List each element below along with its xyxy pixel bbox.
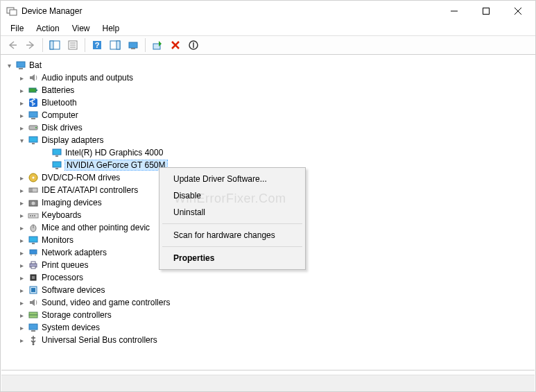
tree-item-computer[interactable]: ▸ Computer [1, 109, 535, 121]
titlebar: Device Manager [1, 1, 535, 22]
svg-rect-24 [29, 88, 36, 92]
update-driver-button[interactable] [149, 37, 166, 53]
expander-icon[interactable]: ▸ [17, 85, 26, 95]
disk-icon [28, 122, 39, 133]
expander-icon[interactable]: ▸ [17, 323, 26, 332]
svg-rect-35 [53, 162, 61, 167]
expander-icon[interactable]: ▸ [17, 285, 26, 295]
tree-item-batteries[interactable]: ▸ Batteries [1, 84, 535, 96]
tree-label: Bat [29, 60, 42, 70]
tree-label: Keyboards [42, 210, 81, 220]
tree-label: NVIDIA GeForce GT 650M [65, 160, 167, 170]
expander-icon[interactable]: ▸ [17, 210, 26, 220]
tree-label: Monitors [42, 235, 74, 245]
tree-label: Display adapters [42, 135, 103, 145]
show-hide-console-tree-button[interactable] [46, 37, 63, 53]
expander-icon[interactable]: ▸ [17, 273, 26, 282]
ctx-update-driver[interactable]: Update Driver Software... [161, 171, 304, 187]
svg-rect-17 [131, 48, 135, 49]
tree-item-audio[interactable]: ▸ Audio inputs and outputs [1, 71, 535, 84]
expander-icon[interactable]: ▸ [17, 335, 26, 345]
expander-icon[interactable]: ▸ [17, 185, 26, 195]
help-button[interactable]: ? [89, 37, 105, 53]
tree-item-storage[interactable]: ▸ Storage controllers [1, 309, 535, 321]
tree-item-sound[interactable]: ▸ Sound, video and game controllers [1, 296, 535, 309]
expander-icon[interactable]: ▸ [17, 248, 26, 257]
expander-icon[interactable]: ▸ [17, 98, 26, 108]
svg-rect-63 [29, 315, 37, 318]
ctx-properties[interactable]: Properties [161, 250, 304, 266]
tree-item-system[interactable]: ▸ System devices [1, 321, 535, 334]
expander-icon[interactable]: ▸ [17, 73, 26, 83]
svg-rect-50 [29, 237, 37, 242]
display-icon [28, 135, 39, 146]
tree-label: Print queues [42, 260, 88, 270]
tree-item-bluetooth[interactable]: ▸ Bluetooth [1, 96, 535, 109]
properties-button[interactable] [64, 37, 81, 53]
action-pane-button[interactable] [107, 37, 123, 53]
tree-label: Mice and other pointing devic [42, 223, 150, 232]
expander-icon[interactable]: ▸ [17, 173, 26, 182]
computer-icon [15, 60, 26, 71]
expander-icon[interactable]: ▸ [17, 223, 26, 232]
tree-label: Sound, video and game controllers [42, 298, 170, 307]
ide-icon [28, 185, 39, 196]
monitor-icon [28, 235, 39, 246]
tree-label: Bluetooth [42, 98, 77, 108]
tree-item-disk[interactable]: ▸ Disk drives [1, 121, 535, 134]
menu-view[interactable]: View [67, 22, 96, 35]
storage-icon [28, 309, 39, 321]
tree-item-processors[interactable]: ▸ Processors [1, 271, 535, 284]
svg-rect-34 [55, 155, 58, 157]
expander-icon[interactable]: ▸ [17, 310, 26, 320]
statusbar [1, 375, 535, 391]
tree-label: IDE ATA/ATAPI controllers [42, 185, 138, 195]
expander-icon[interactable]: ▸ [17, 260, 26, 270]
menu-help[interactable]: Help [97, 22, 126, 35]
ctx-uninstall[interactable]: Uninstall [161, 204, 304, 221]
scan-hardware-button[interactable] [125, 37, 141, 53]
minimize-button[interactable] [438, 1, 470, 22]
keyboard-icon [28, 210, 39, 221]
expander-icon[interactable]: ▸ [17, 123, 26, 133]
ctx-scan-hardware[interactable]: Scan for hardware changes [161, 227, 304, 244]
tree-label: Imaging devices [42, 198, 102, 207]
maximize-button[interactable] [470, 1, 502, 22]
tree-label: Disk drives [42, 123, 83, 133]
tree-label: Universal Serial Bus controllers [42, 335, 157, 345]
back-button[interactable] [4, 37, 21, 53]
window-title: Device Manager [21, 6, 82, 16]
svg-rect-22 [17, 62, 25, 67]
menu-file[interactable]: File [5, 22, 29, 35]
disable-button[interactable] [185, 37, 202, 53]
ctx-disable[interactable]: Disable [161, 187, 304, 204]
tree-label: Audio inputs and outputs [42, 73, 133, 83]
svg-rect-3 [483, 8, 490, 15]
tree-item-display[interactable]: ▾ Display adapters [1, 134, 535, 146]
svg-rect-31 [29, 137, 37, 142]
expander-icon[interactable]: ▾ [4, 60, 14, 70]
expander-icon[interactable]: ▸ [17, 235, 26, 245]
close-button[interactable] [502, 1, 534, 22]
tree-root[interactable]: ▾ Bat [1, 59, 535, 71]
expander-icon[interactable]: ▸ [17, 298, 26, 307]
tree-item-usb[interactable]: ▸ Universal Serial Bus controllers [1, 334, 535, 346]
context-menu: Update Driver Software... Disable Uninst… [159, 167, 306, 270]
tree-item-software[interactable]: ▸ Software devices [1, 284, 535, 296]
expander-icon[interactable]: ▸ [17, 110, 26, 120]
expander-icon[interactable]: ▸ [17, 198, 26, 207]
svg-rect-61 [31, 288, 35, 292]
menu-action[interactable]: Action [31, 22, 64, 35]
forward-button[interactable] [22, 37, 39, 53]
uninstall-button[interactable] [167, 37, 184, 53]
svg-rect-16 [129, 42, 137, 48]
expander-icon[interactable]: ▾ [17, 135, 26, 145]
camera-icon [28, 197, 39, 208]
tree-item-display-intel[interactable]: ▸ Intel(R) HD Graphics 4000 [1, 146, 535, 159]
tree-label: Software devices [42, 285, 105, 295]
svg-rect-59 [32, 276, 35, 279]
svg-rect-33 [53, 149, 61, 155]
toolbar-separator [85, 38, 85, 52]
sound-icon [28, 297, 39, 308]
speaker-icon [28, 72, 39, 83]
